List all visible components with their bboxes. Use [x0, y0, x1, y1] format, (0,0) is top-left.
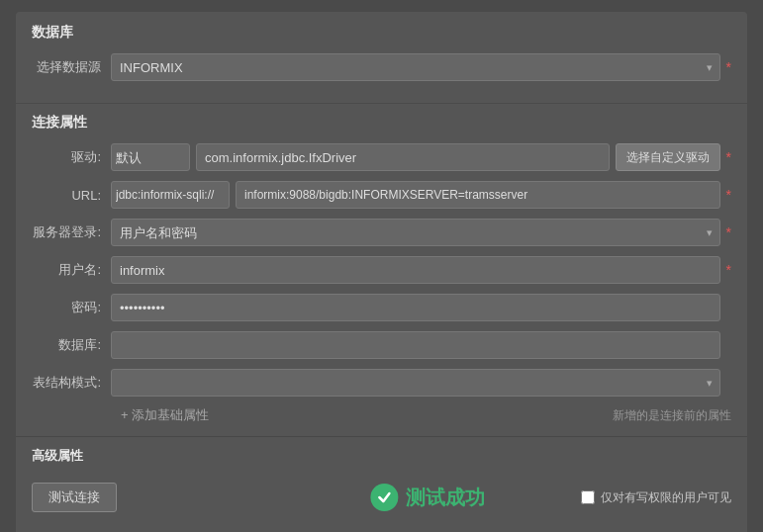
test-connection-button[interactable]: 测试连接 — [32, 483, 117, 512]
username-input[interactable] — [111, 256, 720, 284]
url-label: URL: — [32, 188, 111, 203]
write-permission-row: 仅对有写权限的用户可见 — [581, 489, 731, 506]
advanced-bottom: 测试连接 测试成功 仅对有写权限的用户可见 — [32, 473, 731, 522]
driver-select[interactable]: 默认 — [111, 143, 190, 171]
write-permission-checkbox[interactable] — [581, 490, 595, 504]
custom-driver-button[interactable]: 选择自定义驱动 — [616, 143, 720, 171]
schema-label: 表结构模式: — [32, 374, 111, 392]
success-message: 测试成功 — [406, 485, 485, 511]
driver-row: 驱动: 默认 选择自定义驱动 * — [32, 143, 731, 171]
url-required: * — [726, 187, 731, 203]
database-section: 数据库 选择数据源 INFORMIX * — [16, 12, 747, 103]
schema-select[interactable] — [111, 369, 720, 397]
driver-label: 驱动: — [32, 148, 111, 166]
connection-section: 连接属性 驱动: 默认 选择自定义驱动 * URL: jdbc:informix… — [16, 103, 747, 436]
source-required: * — [726, 59, 731, 75]
password-label: 密码: — [32, 299, 111, 316]
database-name-input[interactable] — [111, 331, 720, 359]
source-select-wrapper: INFORMIX — [111, 53, 720, 81]
server-auth-required: * — [726, 224, 731, 240]
write-permission-label: 仅对有写权限的用户可见 — [601, 489, 731, 506]
add-attr-button[interactable]: + 添加基础属性 — [121, 406, 209, 424]
server-auth-select[interactable]: 用户名和密码 — [111, 219, 720, 246]
advanced-section: 高级属性 测试连接 测试成功 仅对有写权限的用户可见 — [16, 436, 747, 532]
username-label: 用户名: — [32, 261, 111, 279]
driver-class-input[interactable] — [196, 143, 610, 171]
password-row: 密码: * — [32, 294, 731, 321]
advanced-section-title: 高级属性 — [32, 447, 731, 465]
success-icon — [370, 484, 398, 511]
database-name-label: 数据库: — [32, 336, 111, 354]
url-row: URL: jdbc:informix-sqli:// * — [32, 181, 731, 209]
add-attr-hint: 新增的是连接前的属性 — [613, 407, 731, 424]
add-attr-row: + 添加基础属性 新增的是连接前的属性 — [32, 406, 731, 424]
source-label: 选择数据源 — [32, 58, 111, 76]
url-prefix-select[interactable]: jdbc:informix-sqli:// — [111, 181, 230, 209]
schema-row: 表结构模式: * — [32, 369, 731, 397]
server-auth-label: 服务器登录: — [32, 223, 111, 241]
database-name-row: 数据库: * — [32, 331, 731, 359]
url-suffix-input[interactable] — [236, 181, 720, 209]
success-toast: 测试成功 — [370, 484, 485, 511]
url-controls: jdbc:informix-sqli:// — [111, 181, 720, 209]
driver-required: * — [726, 149, 731, 165]
server-auth-select-wrapper: 用户名和密码 — [111, 219, 720, 246]
username-row: 用户名: * — [32, 256, 731, 284]
source-select[interactable]: INFORMIX — [111, 53, 720, 81]
driver-controls: 默认 选择自定义驱动 — [111, 143, 720, 171]
username-required: * — [726, 262, 731, 278]
schema-select-wrapper — [111, 369, 720, 397]
connection-section-title: 连接属性 — [32, 114, 731, 132]
password-input[interactable] — [111, 294, 720, 321]
server-auth-row: 服务器登录: 用户名和密码 * — [32, 219, 731, 246]
source-row: 选择数据源 INFORMIX * — [32, 53, 731, 81]
database-section-title: 数据库 — [32, 24, 731, 42]
